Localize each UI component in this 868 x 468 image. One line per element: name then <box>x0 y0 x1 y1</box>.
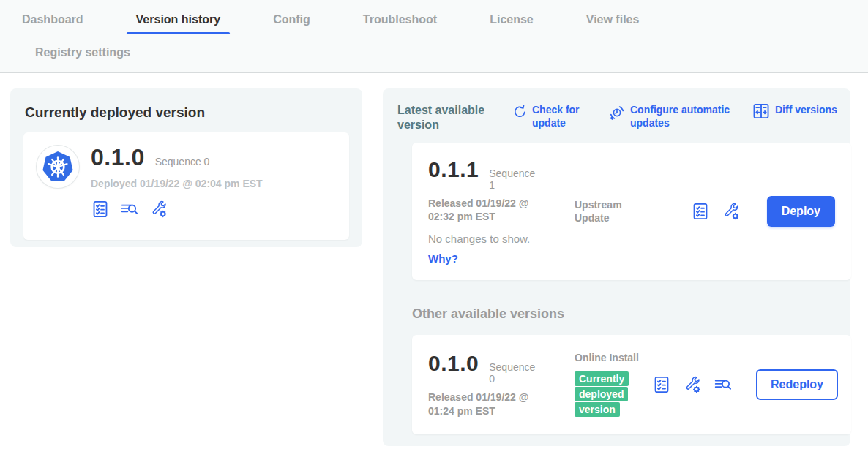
why-link[interactable]: Why? <box>428 252 458 265</box>
currently-deployed-badge: Currently deployed version <box>575 371 629 417</box>
available-versions-header: Latest available version Check for updat… <box>397 103 836 132</box>
latest-version-source: Upstream Update <box>575 198 652 224</box>
no-changes-text: No changes to show. <box>428 233 575 245</box>
deployed-sequence-label: Sequence 0 <box>155 156 210 169</box>
currently-deployed-title: Currently deployed version <box>25 105 349 121</box>
other-version-source-block: Online Install Currently deployed versio… <box>575 351 652 418</box>
deployed-version-body: 0.1.0 Sequence 0 Deployed 01/19/22 @ 02:… <box>91 144 336 219</box>
other-version-info: 0.1.0 Sequence 0 Released 01/19/22 @ 01:… <box>428 351 575 418</box>
edit-config-icon[interactable] <box>722 202 741 221</box>
refresh-icon <box>512 104 528 123</box>
latest-version-actions: Deploy <box>691 196 835 227</box>
nav-tabs: Dashboard Version history Config Trouble… <box>12 7 744 72</box>
top-navigation: Dashboard Version history Config Trouble… <box>0 0 868 73</box>
other-available-versions-title: Other available versions <box>412 306 836 322</box>
tab-view-files[interactable]: View files <box>577 7 649 34</box>
deployed-timestamp: Deployed 01/19/22 @ 02:04 pm EST <box>91 178 336 189</box>
available-versions-panel: Latest available version Check for updat… <box>383 88 850 446</box>
other-version-card: 0.1.0 Sequence 0 Released 01/19/22 @ 01:… <box>412 335 851 434</box>
tab-dashboard[interactable]: Dashboard <box>12 7 93 34</box>
latest-version-card: 0.1.1 Sequence 1 Released 01/19/22 @ 02:… <box>412 143 851 280</box>
version-history-page: Dashboard Version history Config Trouble… <box>0 0 868 468</box>
other-released-timestamp: Released 01/19/22 @ 01:24 pm EST <box>428 390 553 417</box>
tab-troubleshoot[interactable]: Troubleshoot <box>353 7 446 34</box>
deployed-version-number: 0.1.0 <box>91 144 145 171</box>
tab-config[interactable]: Config <box>263 7 320 34</box>
deploy-button[interactable]: Deploy <box>767 196 835 227</box>
latest-sequence-label: Sequence 1 <box>489 167 542 191</box>
diff-icon <box>752 102 771 124</box>
diff-versions-link[interactable]: Diff versions <box>752 103 837 124</box>
configure-automatic-updates-label: Configure automatic updates <box>630 103 738 129</box>
deployed-version-card: 0.1.0 Sequence 0 Deployed 01/19/22 @ 02:… <box>23 132 349 240</box>
kubernetes-icon <box>42 151 74 183</box>
app-logo <box>37 146 79 188</box>
configure-automatic-updates-link[interactable]: Configure automatic updates <box>608 103 738 129</box>
currently-deployed-badge-wrap: Currently deployed version <box>575 371 639 418</box>
other-sequence-label: Sequence 0 <box>489 361 542 385</box>
edit-config-icon[interactable] <box>683 375 702 394</box>
deployed-version-actions <box>91 200 336 219</box>
preflight-checks-icon[interactable] <box>91 200 110 219</box>
deploy-logs-icon[interactable] <box>714 375 733 394</box>
other-version-actions: Redeploy <box>652 369 838 400</box>
diff-versions-label: Diff versions <box>775 103 837 116</box>
preflight-checks-icon[interactable] <box>652 375 671 394</box>
other-version-source: Online Install <box>575 351 652 364</box>
latest-version-info: 0.1.1 Sequence 1 Released 01/19/22 @ 02:… <box>428 157 575 265</box>
latest-released-timestamp: Released 01/19/22 @ 02:32 pm EST <box>428 197 553 223</box>
latest-version-number: 0.1.1 <box>428 157 479 182</box>
tab-registry-settings[interactable]: Registry settings <box>26 40 157 67</box>
schedule-update-icon <box>608 104 626 124</box>
other-version-number: 0.1.0 <box>428 351 479 376</box>
edit-config-icon[interactable] <box>149 200 168 219</box>
deploy-logs-icon[interactable] <box>120 200 139 219</box>
header-actions: Check for update Configure automatic upd… <box>512 103 837 129</box>
currently-deployed-panel: Currently deployed version 0.1.0 Sequenc… <box>10 88 362 247</box>
latest-available-title: Latest available version <box>397 103 506 132</box>
check-for-update-link[interactable]: Check for update <box>512 103 598 129</box>
tab-license[interactable]: License <box>480 7 543 34</box>
check-for-update-label: Check for update <box>532 103 598 129</box>
tab-version-history[interactable]: Version history <box>127 7 231 34</box>
preflight-checks-icon[interactable] <box>691 202 710 221</box>
redeploy-button[interactable]: Redeploy <box>756 369 838 400</box>
